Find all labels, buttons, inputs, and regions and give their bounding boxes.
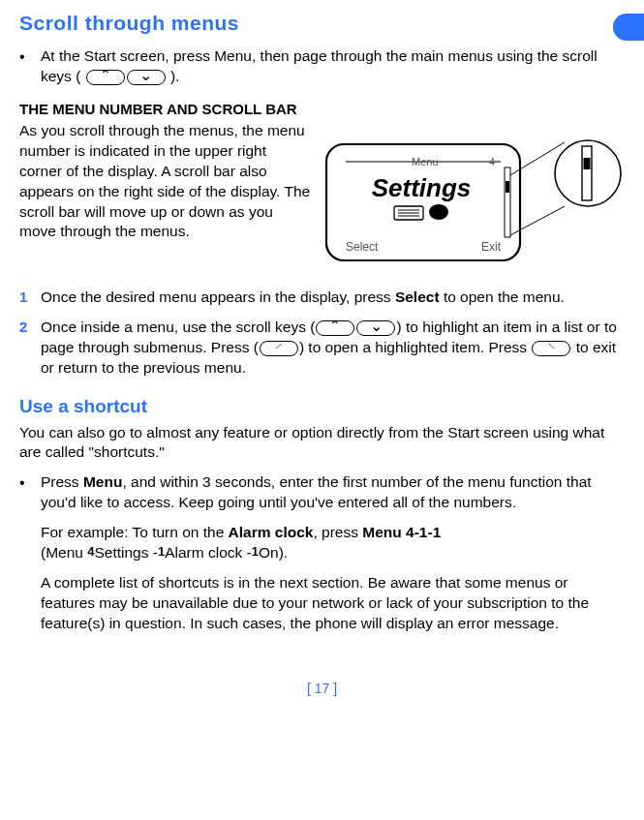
step-number-2: 2 — [19, 318, 41, 379]
subheading-menu-number-scrollbar: THE MENU NUMBER AND SCROLL BAR — [19, 101, 625, 117]
example-text: For example: To turn on the Alarm clock,… — [41, 523, 625, 563]
text: Press — [41, 473, 83, 490]
page-edge-tab — [613, 14, 644, 41]
text: ). — [170, 68, 179, 84]
text: , and within 3 seconds, enter the first … — [41, 473, 592, 510]
select-key-icon — [260, 341, 298, 356]
text: Settings - — [94, 544, 157, 561]
text-bold: Select — [395, 289, 440, 305]
text: ) to open a highlighted item. Press — [299, 339, 532, 355]
text: to open the menu. — [440, 289, 565, 305]
bullet-marker: • — [19, 46, 41, 87]
exit-key-icon — [532, 341, 570, 356]
text: Once inside a menu, use the scroll keys … — [41, 319, 315, 335]
fig-softkey-exit: Exit — [481, 240, 502, 254]
text-bold: Menu 4-1-1 — [362, 524, 441, 540]
fig-softkey-select: Select — [346, 240, 379, 254]
scroll-down-key-icon — [356, 320, 395, 336]
svg-point-11 — [555, 140, 621, 206]
step-2-text: Once inside a menu, use the scroll keys … — [41, 318, 625, 379]
text: For example: To turn on the — [41, 524, 229, 540]
text: (Menu — [41, 544, 87, 561]
page-number: [ 17 ] — [19, 681, 625, 696]
text-sup: 1 — [252, 544, 259, 559]
text-bold: Alarm clock — [229, 524, 314, 540]
text-bold: Menu — [83, 473, 122, 490]
fig-menu-label: Menu — [412, 156, 439, 167]
svg-rect-8 — [506, 181, 509, 193]
svg-rect-13 — [584, 158, 591, 169]
scroll-up-key-icon — [316, 320, 354, 336]
text: On). — [259, 544, 288, 561]
svg-point-6 — [429, 204, 448, 220]
step-1-text: Once the desired menu appears in the dis… — [41, 288, 625, 308]
step-number-1: 1 — [19, 288, 41, 308]
scroll-down-key-icon — [127, 70, 166, 85]
fig-settings-title: Settings — [372, 173, 472, 202]
text: Alarm clock - — [165, 544, 252, 561]
bullet-marker: • — [19, 472, 41, 513]
phone-display-figure: Menu 4 Settings Select Exit — [324, 125, 625, 270]
text: Once the desired menu appears in the dis… — [41, 289, 395, 305]
heading-scroll-through-menus: Scroll through menus — [19, 12, 625, 35]
scroll-up-key-icon — [86, 70, 125, 85]
paragraph-shortcut-note: A complete list of shortcuts is in the n… — [41, 573, 625, 634]
paragraph-shortcut-intro: You can also go to almost any feature or… — [19, 423, 625, 464]
heading-use-a-shortcut: Use a shortcut — [19, 396, 625, 417]
text: , press — [313, 524, 362, 540]
paragraph-scrollbar-description: As you scroll through the menus, the men… — [19, 122, 310, 240]
bullet-text-1: At the Start screen, press Menu, then pa… — [41, 46, 625, 87]
bullet-text-2: Press Menu, and within 3 seconds, enter … — [41, 472, 625, 513]
fig-menu-number: 4 — [489, 156, 495, 167]
